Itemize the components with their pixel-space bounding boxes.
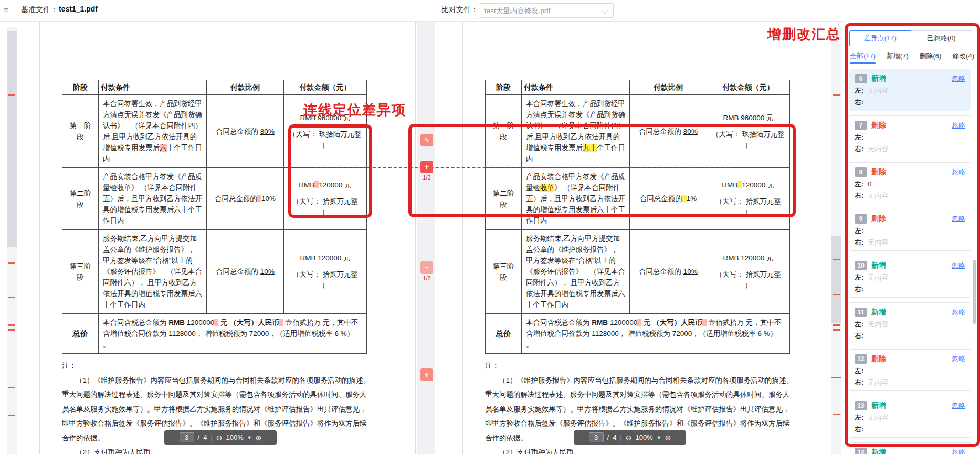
edit-diff-marker-icon[interactable]: ✎ xyxy=(420,134,433,146)
diff-card[interactable]: 12 删除 忽略 左: 右:无内容 xyxy=(849,349,971,391)
zoom-in-icon[interactable]: ⊕ xyxy=(256,434,262,442)
diff-card[interactable]: 8 删除 忽略 左:0 右:无内容 xyxy=(849,162,971,204)
right-label: 右: xyxy=(855,424,863,434)
left-label: 左: xyxy=(855,179,863,189)
right-value: 无内容 xyxy=(868,144,888,154)
filter-item[interactable]: 新增(7) xyxy=(887,51,909,64)
table-row-total: 总价 本合同含税总金额为 RMB 1200000 元 （大写）人民币 壹佰贰拾万… xyxy=(62,314,367,354)
right-value: 无内容 xyxy=(868,237,888,247)
right-label: 右: xyxy=(855,191,863,200)
ignore-link[interactable]: 忽略 xyxy=(952,214,965,224)
col-header-condition: 付款条件 xyxy=(99,80,207,95)
left-value: 0 xyxy=(868,179,871,189)
ignore-link[interactable]: 忽略 xyxy=(952,74,965,83)
diff-type-label: 删除 xyxy=(871,354,886,364)
compare-file-select[interactable]: test大量内容修改.pdf xyxy=(479,3,614,18)
diff-position-mark xyxy=(8,94,15,96)
diff-position-mark xyxy=(831,377,841,378)
right-value: 无内容 xyxy=(868,191,888,200)
right-pager-toolbar: 3 / 4 | ⊖ 100% ▼ ⊕ xyxy=(574,430,686,445)
diff-filters: 全部(17)新增(7)删除(6)修改(4) xyxy=(850,51,974,64)
diff-number-badge: 9 xyxy=(855,214,867,224)
ignore-link[interactable]: 忽略 xyxy=(952,448,965,454)
ignore-link[interactable]: 忽略 xyxy=(952,308,965,317)
diff-card[interactable]: 6 新增 忽略 左:无内容 右: xyxy=(849,69,971,111)
diff-card[interactable]: 9 删除 忽略 左: 右:无内容 xyxy=(849,209,971,251)
right-label: 右: xyxy=(855,237,863,247)
diff-card[interactable]: 10 新增 忽略 左:无内容 右: xyxy=(849,256,971,298)
diff-number-badge: 8 xyxy=(855,167,867,177)
payment-table: 阶段 付款条件 付款比例 付款金额（元） 第一阶段 本合同签署生效，产品到货经甲… xyxy=(62,80,367,354)
diff-mark xyxy=(257,195,261,202)
page-number-input[interactable]: 3 xyxy=(589,432,604,442)
zoom-caret-icon[interactable]: ▼ xyxy=(247,435,252,440)
remove-diff-marker-icon[interactable]: − xyxy=(420,261,433,274)
sidebar-scrollbar[interactable] xyxy=(973,260,976,324)
diff-sidebar: 差异点(17) 已忽略(0) 全部(17)新增(7)删除(6)修改(4) 6 新… xyxy=(844,0,980,454)
ignore-link[interactable]: 忽略 xyxy=(952,261,965,270)
minimap-thumb[interactable] xyxy=(7,31,17,247)
page-number-input[interactable]: 3 xyxy=(180,432,194,442)
left-diff-minimap[interactable] xyxy=(7,27,17,454)
diff-type-label: 删除 xyxy=(871,214,886,224)
ignore-link[interactable]: 忽略 xyxy=(952,167,965,177)
diff-tabs: 差异点(17) 已忽略(0) xyxy=(849,30,972,46)
diff-position-mark xyxy=(8,387,15,388)
panel-divider-gutter xyxy=(417,0,435,454)
zoom-level: 100% xyxy=(636,434,653,441)
ignore-link[interactable]: 忽略 xyxy=(952,401,965,410)
zoom-in-icon[interactable]: ⊕ xyxy=(665,434,671,442)
diff-card[interactable]: 13 新增 忽略 左:无内容 右: xyxy=(849,396,971,438)
zoom-caret-icon[interactable]: ▼ xyxy=(657,435,661,440)
col-header-amount: 付款金额（元） xyxy=(284,80,367,95)
zoom-level: 100% xyxy=(226,434,244,441)
zoom-out-icon[interactable]: ⊖ xyxy=(216,434,223,442)
add-diff-marker-icon[interactable]: + xyxy=(420,161,433,173)
right-diff-minimap[interactable] xyxy=(831,27,841,454)
diff-card[interactable]: 11 新增 忽略 左:无内容 右: xyxy=(849,302,971,344)
diff-position-mark xyxy=(8,262,15,264)
ignore-link[interactable]: 忽略 xyxy=(952,354,965,364)
left-value: 无内容 xyxy=(868,319,888,329)
diff-card[interactable]: 14 新增 忽略 左:无内容 右: xyxy=(849,442,971,454)
toolbar-divider: | xyxy=(620,434,621,441)
minimap-thumb[interactable] xyxy=(831,236,841,323)
diff-number-badge: 10 xyxy=(855,261,867,270)
diff-position-mark xyxy=(8,324,15,326)
left-value: 无内容 xyxy=(868,272,888,282)
filter-active[interactable]: 全部(17) xyxy=(850,51,876,64)
diff-card[interactable]: 7 删除 忽略 左: 右:无内容 xyxy=(849,115,971,157)
diff-type-label: 新增 xyxy=(871,448,886,454)
tab-ignored[interactable]: 已忽略(0) xyxy=(911,30,973,46)
zoom-out-icon[interactable]: ⊖ xyxy=(626,434,632,442)
diff-number-badge: 14 xyxy=(855,448,867,454)
diff-position-mark xyxy=(8,329,15,331)
compare-filename: test大量内容修改.pdf xyxy=(484,6,550,16)
diff-mark xyxy=(682,195,687,202)
diff-position-mark xyxy=(833,259,840,260)
menu-icon[interactable]: ≡ xyxy=(3,5,9,16)
diff-marker-count: 1/3 xyxy=(419,174,434,181)
table-row: 第二阶段 产品安装合格甲方签发《产品质量验收单》 （详见本合同附件五）后，且甲方… xyxy=(62,168,367,230)
table-row-total: 总价 本合同含税总金额为 RMB 1200000 元 （大写）人民币 壹佰贰拾万… xyxy=(486,314,790,354)
left-value: 无内容 xyxy=(868,86,888,96)
diff-position-mark xyxy=(833,94,840,96)
right-label: 右: xyxy=(855,144,863,154)
ignore-link[interactable]: 忽略 xyxy=(952,121,965,130)
left-label: 左: xyxy=(855,366,863,376)
tab-diff-points[interactable]: 差异点(17) xyxy=(849,30,911,46)
right-label: 右: xyxy=(855,97,863,107)
add-soft-diff-marker-icon[interactable]: + xyxy=(420,368,433,381)
filter-item[interactable]: 删除(6) xyxy=(919,51,941,64)
right-label: 右: xyxy=(855,284,863,294)
diff-type-label: 新增 xyxy=(871,308,886,317)
diff-position-mark xyxy=(833,294,840,295)
diff-position-mark xyxy=(833,324,840,326)
payment-table: 阶段 付款条件 付款比例 付款金额（元） 第一阶段 本合同签署生效，产品到货经甲… xyxy=(485,80,790,354)
filter-item[interactable]: 修改(4) xyxy=(952,51,974,64)
added-text-highlight: 收单 xyxy=(540,184,554,192)
table-row: 第一阶段 本合同签署生效，产品到货经甲方清点无误并签发《产品到货确认书》 （详见… xyxy=(62,95,367,168)
compare-pdf-page: 阶段 付款条件 付款比例 付款金额（元） 第一阶段 本合同签署生效，产品到货经甲… xyxy=(462,21,839,454)
diff-number-badge: 7 xyxy=(855,121,867,130)
diff-position-mark xyxy=(8,297,15,298)
